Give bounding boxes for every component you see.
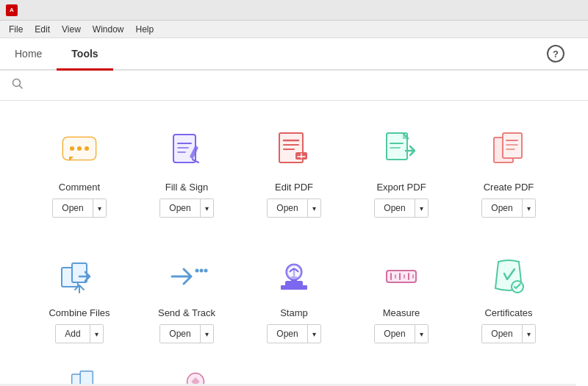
tool-exportpdf-name: Export PDF [376,182,426,193]
search-icon [12,78,24,93]
maximize-button[interactable] [550,4,563,17]
tool-stamp-name: Stamp [280,307,308,318]
svg-point-38 [287,265,301,279]
tool-measure-btn-group: Open ▾ [374,324,428,343]
app-icon: A [6,4,18,16]
menu-bar: File Edit View Window Help [0,21,588,38]
tool-createpdf-btn-group: Open ▾ [481,199,535,218]
tool-measure: Measure Open ▾ [351,241,451,352]
tool-fillsign: Fill & Sign Open ▾ [137,115,237,226]
tools-grid: Comment Open ▾ Fill & Sign Open [29,115,559,352]
tool-certificates: Certificates Open ▾ [459,241,559,352]
tool-createpdf-arrow[interactable]: ▾ [523,199,535,217]
menu-window[interactable]: Window [87,23,130,36]
tab-tools[interactable]: Tools [57,38,112,71]
tool-editpdf-arrow[interactable]: ▾ [308,199,320,217]
search-bar [0,71,588,101]
tool-editpdf: Edit PDF Open ▾ [244,115,344,226]
tool-editpdf-btn-group: Open ▾ [267,199,320,218]
tool-exportpdf: Export PDF Open ▾ [351,115,451,226]
tool-exportpdf-arrow[interactable]: ▾ [415,199,428,217]
svg-point-32 [204,269,208,273]
tool-combine: Combine Files Add ▾ [29,241,129,352]
tool-comment-open[interactable]: Open [53,199,93,217]
tool-sendtrack: Send & Track Open ▾ [137,241,237,352]
certificates-icon [485,253,532,300]
tool-sendtrack-btn-group: Open ▾ [159,324,213,343]
menu-file[interactable]: File [3,23,29,36]
tool-exportpdf-btn-group: Open ▾ [374,199,428,218]
tool-stamp-btn-group: Open ▾ [267,324,320,343]
tool-sendtrack-open[interactable]: Open [160,325,200,343]
svg-point-4 [70,146,74,151]
tool-fillsign-arrow[interactable]: ▾ [201,199,213,217]
menu-help[interactable]: Help [130,23,160,36]
svg-point-6 [85,146,89,151]
svg-point-5 [77,146,82,151]
svg-point-31 [200,269,204,273]
tool-measure-name: Measure [383,307,420,318]
tool-stamp-arrow[interactable]: ▾ [308,325,320,343]
tool-sendtrack-arrow[interactable]: ▾ [201,325,213,343]
exportpdf-icon [378,127,425,174]
stamp-icon [270,253,318,300]
tool-createpdf-open[interactable]: Open [482,199,522,217]
svg-rect-23 [503,133,522,158]
tool-stamp-open[interactable]: Open [268,325,307,343]
sendtrack-icon [163,253,210,300]
title-bar: A [0,0,588,21]
close-button[interactable] [569,4,582,17]
svg-rect-34 [281,285,307,290]
tool-stamp: Stamp Open ▾ [244,241,344,352]
tool-measure-open[interactable]: Open [375,325,415,343]
search-input[interactable] [29,80,250,91]
menu-edit[interactable]: Edit [29,23,56,36]
tool-combine-add[interactable]: Add [56,325,90,343]
tool-certificates-arrow[interactable]: ▾ [523,325,535,343]
svg-line-1 [20,86,23,89]
createpdf-icon [485,127,532,174]
tool-createpdf-name: Create PDF [484,182,534,193]
tool-measure-arrow[interactable]: ▾ [415,325,428,343]
measure-icon [378,253,425,300]
fillsign-icon [163,127,210,174]
content-area: Comment Open ▾ Fill & Sign Open [0,101,588,384]
tool-fillsign-btn-group: Open ▾ [159,199,213,218]
tool-createpdf: Create PDF Open ▾ [459,115,559,226]
window-controls [531,4,582,17]
tool-combine-arrow[interactable]: ▾ [90,325,103,343]
tool-comment-arrow[interactable]: ▾ [93,199,106,217]
tool-certificates-open[interactable]: Open [482,325,522,343]
combine-icon [56,253,103,300]
svg-rect-48 [80,371,93,384]
tool-editpdf-open[interactable]: Open [268,199,307,217]
tool-exportpdf-open[interactable]: Open [375,199,415,217]
tool-sendtrack-name: Send & Track [158,307,215,318]
svg-rect-28 [72,263,87,282]
tool-certificates-btn-group: Open ▾ [481,324,535,343]
editpdf-icon [270,127,318,174]
main-header: Home Tools ? [0,38,588,71]
tool-combine-btn-group: Add ▾ [55,324,103,343]
menu-view[interactable]: View [56,23,87,36]
minimize-button[interactable] [531,4,544,17]
header-right: ? [547,45,588,62]
tool-editpdf-name: Edit PDF [275,182,313,193]
help-button[interactable]: ? [547,45,564,62]
tool-combine-name: Combine Files [49,307,110,318]
tool-certificates-name: Certificates [484,307,532,318]
tool-fillsign-name: Fill & Sign [165,182,209,193]
comment-icon [56,127,103,174]
tab-home[interactable]: Home [0,38,57,71]
tool-comment-btn-group: Open ▾ [52,199,106,218]
tool-comment-name: Comment [59,182,100,193]
svg-point-30 [196,269,199,273]
bottom-watermark [576,380,588,386]
tool-fillsign-open[interactable]: Open [160,199,200,217]
tool-comment: Comment Open ▾ [29,115,129,226]
